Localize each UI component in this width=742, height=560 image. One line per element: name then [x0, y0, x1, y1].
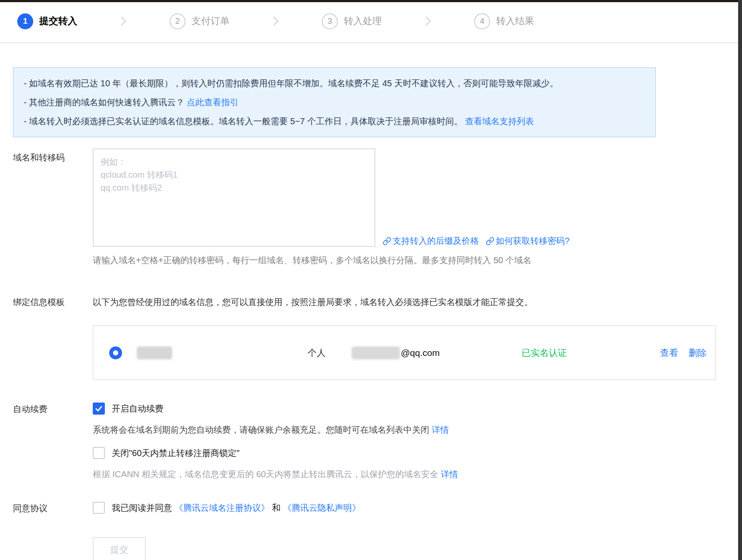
icann-detail-link[interactable]: 详情: [441, 469, 458, 479]
transfer-lock-checkbox[interactable]: [93, 447, 105, 459]
agreement-check-row: 我已阅读并同意 《腾讯云域名注册协议》 和 《腾讯云隐私声明》: [93, 502, 742, 514]
template-view-link[interactable]: 查看: [660, 347, 678, 359]
step-transfer-result: 4 转入结果: [474, 13, 534, 29]
template-list: 个人 @qq.com 已实名认证 查看 删除: [93, 325, 716, 380]
step-submit-transfer: 1 提交转入: [17, 13, 77, 29]
template-email: @qq.com: [352, 346, 440, 359]
info-notice-box: - 如域名有效期已达 10 年（最长期限），则转入时仍需扣除费用但年限不增加。域…: [13, 67, 656, 137]
notice-text: - 其他注册商的域名如何快速转入腾讯云？: [24, 98, 184, 107]
step-transfer-processing: 3 转入处理: [322, 13, 382, 29]
submit-button[interactable]: 提交: [93, 537, 146, 560]
check-icon: [94, 404, 103, 413]
chevron-right-icon: [271, 15, 280, 28]
domain-transfer-code-input[interactable]: [93, 148, 375, 247]
transfer-in-page: 1 提交转入 2 支付订单 3 转入处理 4 转入结果 - 如域名有效期已达 1…: [0, 0, 742, 560]
auto-renew-check-row: 开启自动续费: [93, 403, 742, 415]
realname-verified-badge: 已实名认证: [522, 347, 567, 359]
icann-note: 根据 ICANN 相关规定，域名信息变更后的 60天内将禁止转出腾讯云，以保护您…: [93, 469, 742, 480]
domain-field-label: 域名和转移码: [13, 152, 65, 164]
template-owner-name-redacted: [137, 346, 172, 359]
notice-line: - 其他注册商的域名如何快速转入腾讯云？ 点此查看指引: [24, 93, 645, 112]
template-delete-link[interactable]: 删除: [689, 347, 707, 359]
email-suffix: @qq.com: [401, 348, 440, 358]
step-label: 转入处理: [344, 15, 382, 28]
notice-line: - 如域名有效期已达 10 年（最长期限），则转入时仍需扣除费用但年限不增加。域…: [24, 74, 645, 93]
agreement-text: 我已阅读并同意 《腾讯云域名注册协议》 和 《腾讯云隐私声明》: [112, 502, 361, 514]
step-pay-order: 2 支付订单: [170, 13, 230, 29]
notice-line: - 域名转入时必须选择已实名认证的域名信息模板。域名转入一般需要 5~7 个工作…: [24, 112, 645, 131]
auto-renew-note: 系统将会在域名到期前为您自动续费，请确保账户余额充足。您随时可在域名列表中关闭 …: [93, 424, 742, 436]
auto-renew-note-text: 系统将会在域名到期前为您自动续费，请确保账户余额充足。您随时可在域名列表中关闭: [93, 425, 429, 434]
view-guide-link[interactable]: 点此查看指引: [187, 98, 239, 107]
step-label: 提交转入: [39, 15, 77, 28]
screenshot-top-edge: [0, 0, 742, 2]
suffix-price-link-label: 支持转入的后缀及价格: [393, 235, 479, 247]
get-transfer-code-link-label: 如何获取转移密码?: [496, 235, 569, 247]
icann-note-text: 根据 ICANN 相关规定，域名信息变更后的 60天内将禁止转出腾讯云，以保护您…: [93, 469, 438, 479]
chevron-right-icon: [423, 15, 433, 28]
step-number-badge: 1: [17, 13, 33, 29]
notice-text: - 如域名有效期已达 10 年（最长期限），则转入时仍需扣除费用但年限不增加。域…: [24, 79, 558, 88]
registration-agreement-link[interactable]: 《腾讯云域名注册协议》: [175, 503, 270, 513]
link-icon: [486, 237, 494, 245]
notice-text: - 域名转入时必须选择已实名认证的域名信息模板。域名转入一般需要 5~7 个工作…: [24, 116, 462, 126]
link-icon: [383, 237, 391, 245]
step-number-badge: 4: [474, 13, 490, 29]
template-radio-selected[interactable]: [109, 346, 122, 359]
email-prefix-redacted: [352, 346, 400, 359]
domain-transfer-code-row: 域名和转移码 支持转入的后缀及价格 如何获取转移密码? 请输入域名+空格+正确的…: [0, 148, 742, 266]
agreement-checkbox[interactable]: [93, 502, 105, 514]
template-owner-type: 个人: [308, 347, 326, 359]
transfer-lock-checkbox-label: 关闭"60天内禁止转移注册商锁定": [112, 447, 239, 459]
wizard-stepper: 1 提交转入 2 支付订单 3 转入处理 4 转入结果: [0, 0, 742, 43]
auto-renew-checkbox[interactable]: [93, 403, 105, 415]
auto-renew-label: 自动续费: [13, 403, 47, 415]
template-section-label: 绑定信息模板: [13, 296, 65, 308]
domain-input-help: 请输入域名+空格+正确的转移密码，每行一组域名、转移密码，多个域名以换行分隔。最…: [93, 255, 742, 266]
step-number-badge: 2: [170, 13, 186, 29]
step-label: 转入结果: [496, 15, 534, 28]
step-number-badge: 3: [322, 13, 338, 29]
chevron-right-icon: [119, 15, 128, 28]
privacy-statement-link[interactable]: 《腾讯云隐私声明》: [283, 503, 361, 513]
suffix-price-link[interactable]: 支持转入的后缀及价格: [383, 235, 479, 247]
template-description: 以下为您曾经使用过的域名信息，您可以直接使用，按照注册局要求，域名转入必须选择已…: [93, 293, 742, 308]
transfer-lock-check-row: 关闭"60天内禁止转移注册商锁定": [93, 447, 742, 459]
agreement-conjunction: 和: [272, 503, 280, 513]
agreement-row: 同意协议 我已阅读并同意 《腾讯云域名注册协议》 和 《腾讯云隐私声明》: [0, 502, 742, 514]
auto-renew-detail-link[interactable]: 详情: [432, 425, 449, 434]
agreement-label: 同意协议: [13, 503, 47, 514]
agreement-prefix: 我已阅读并同意: [112, 503, 172, 513]
screenshot-right-edge: [738, 0, 742, 560]
supported-domains-link[interactable]: 查看域名支持列表: [465, 116, 534, 126]
step-label: 支付订单: [192, 15, 230, 28]
auto-renew-checkbox-label: 开启自动续费: [112, 403, 163, 415]
info-template-row: 绑定信息模板 以下为您曾经使用过的域名信息，您可以直接使用，按照注册局要求，域名…: [0, 293, 742, 380]
auto-renew-row: 自动续费 开启自动续费 系统将会在域名到期前为您自动续费，请确保账户余额充足。您…: [0, 403, 742, 480]
get-transfer-code-link[interactable]: 如何获取转移密码?: [486, 235, 569, 247]
